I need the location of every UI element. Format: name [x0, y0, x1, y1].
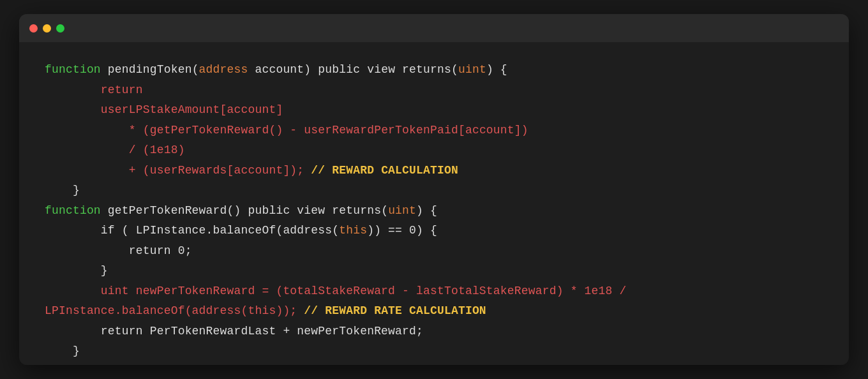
code-token: uint: [458, 63, 486, 76]
code-editor: function pendingToken(address account) p…: [19, 42, 849, 365]
code-token: ): [304, 63, 318, 76]
code-token: LPInstance.balanceOf(address(this));: [45, 304, 304, 317]
code-token: -: [283, 124, 304, 137]
code-token: public view returns: [318, 63, 451, 76]
code-token: return 0;: [45, 244, 192, 257]
code-token: }: [45, 264, 108, 277]
code-token: userRewardPerTokenPaid[account]): [304, 124, 528, 137]
code-token: (: [381, 204, 388, 217]
code-line: + (userRewards[account]); // REWARD CALC…: [45, 161, 823, 181]
code-token: ) {: [486, 63, 507, 76]
titlebar: [19, 14, 849, 42]
code-token: uint newPerTokenReward = (totalStakeRewa…: [45, 285, 627, 297]
code-token: getPerTokenReward: [108, 204, 227, 217]
code-token: return PerTokenRewardLast + newPerTokenR…: [45, 325, 423, 338]
code-token: public view returns: [248, 204, 382, 217]
code-token: (): [227, 204, 248, 217]
code-line: function getPerTokenReward() public view…: [45, 201, 823, 221]
code-token: (: [192, 63, 199, 76]
code-token: account: [248, 63, 304, 76]
maximize-button[interactable]: [56, 24, 64, 33]
code-token: )) == 0) {: [367, 224, 437, 237]
code-token: (: [451, 63, 458, 76]
code-token: pendingToken: [108, 63, 192, 76]
code-token: getPerTokenReward(): [150, 124, 283, 137]
code-token: userLPStakeAmount[account]: [45, 103, 283, 116]
code-line: return: [45, 80, 823, 101]
close-button[interactable]: [29, 24, 38, 33]
code-line: }: [45, 261, 823, 281]
code-token: // REWARD CALCULATION: [311, 164, 458, 177]
minimize-button[interactable]: [43, 24, 51, 33]
code-line: if ( LPInstance.balanceOf(address(this))…: [45, 221, 823, 241]
code-line: uint newPerTokenReward = (totalStakeRewa…: [45, 281, 823, 302]
code-token: uint: [388, 204, 416, 217]
code-token: function: [45, 63, 108, 76]
code-line: return PerTokenRewardLast + newPerTokenR…: [45, 322, 823, 342]
code-window: function pendingToken(address account) p…: [19, 14, 849, 365]
code-token: address: [199, 63, 248, 76]
code-token: this: [339, 224, 367, 237]
code-token: + (userRewards[account]);: [45, 164, 311, 177]
code-line: }: [45, 181, 823, 201]
code-token: * (: [45, 124, 150, 137]
code-token: ) {: [416, 204, 437, 217]
code-line: }: [45, 341, 823, 362]
code-line: function pendingToken(address account) p…: [45, 60, 823, 80]
code-token: if ( LPInstance.balanceOf(address(: [45, 224, 339, 237]
code-token: }: [45, 184, 80, 197]
code-token: function: [45, 204, 108, 217]
code-line: / (1e18): [45, 140, 823, 161]
code-line: LPInstance.balanceOf(address(this)); // …: [45, 301, 823, 322]
code-token: return: [45, 84, 143, 96]
code-line: * (getPerTokenReward() - userRewardPerTo…: [45, 121, 823, 141]
code-line: userLPStakeAmount[account]: [45, 100, 823, 121]
code-token: // REWARD RATE CALCULATION: [304, 304, 486, 317]
code-token: / (1e18): [45, 144, 185, 156]
code-line: return 0;: [45, 241, 823, 262]
code-token: }: [45, 345, 80, 357]
